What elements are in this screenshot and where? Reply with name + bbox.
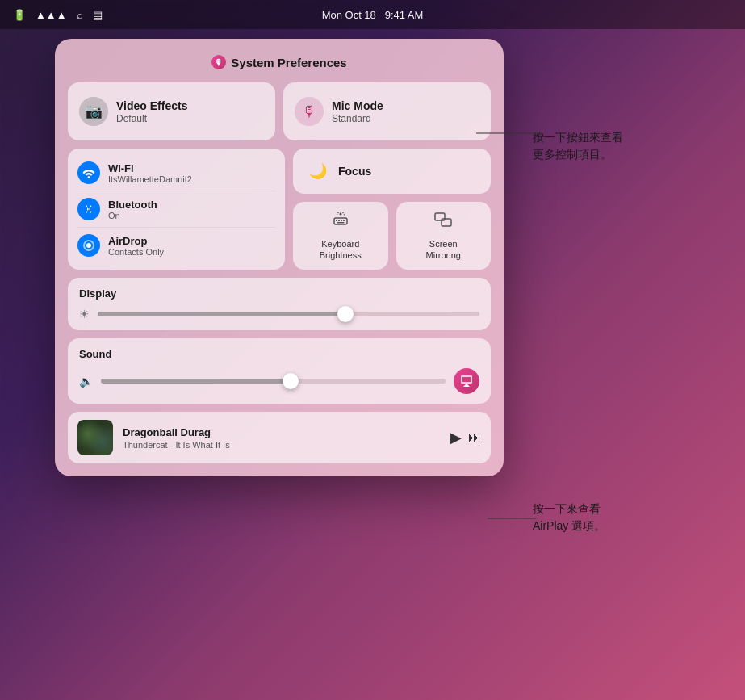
mic-mode-text: Mic Mode Standard <box>332 99 383 124</box>
control-menu-icon: ▤ <box>93 9 103 21</box>
display-slider-track[interactable] <box>98 312 479 316</box>
video-effects-subtitle: Default <box>116 113 187 124</box>
mic-mode-icon: 🎙 <box>295 97 324 126</box>
sound-slider-track[interactable] <box>101 379 446 384</box>
panel-title-row: 🎙 System Preferences <box>68 55 491 69</box>
display-section: Display ☀ <box>68 278 491 330</box>
display-title: Display <box>79 287 479 300</box>
video-effects-card[interactable]: 📷 Video Effects Default <box>68 82 275 140</box>
svg-rect-12 <box>337 222 344 224</box>
play-button[interactable]: ▶ <box>450 429 462 446</box>
svg-point-2 <box>339 212 341 215</box>
svg-line-4 <box>342 212 343 213</box>
video-effects-title: Video Effects <box>116 99 187 112</box>
display-slider-thumb <box>337 306 354 322</box>
focus-title: Focus <box>338 165 371 178</box>
brightness-low-icon: ☀ <box>79 308 90 321</box>
focus-icon: 🌙 <box>306 159 330 183</box>
volume-icon: 🔈 <box>79 375 93 388</box>
track-title: Dragonball Durag <box>123 426 441 438</box>
svg-rect-11 <box>343 220 345 221</box>
battery-icon: 🔋 <box>13 9 26 21</box>
panel-title-icon: 🎙 <box>211 55 226 69</box>
menubar-left: 🔋 ▲▲▲ ⌕ ▤ <box>13 9 103 21</box>
display-slider-row: ☀ <box>79 308 479 321</box>
sound-section: Sound 🔈 <box>68 338 491 404</box>
bluetooth-icon <box>77 198 100 220</box>
airplay-button[interactable] <box>454 368 479 394</box>
annotation-line-top <box>476 121 541 145</box>
wifi-menu-icon: ▲▲▲ <box>36 9 67 21</box>
bluetooth-item[interactable]: Bluetooth On <box>77 191 275 228</box>
wifi-title: Wi-Fi <box>108 162 192 174</box>
annotation-bottom: 按一下來查看AirPlay 選項。 <box>533 501 605 534</box>
menubar-date: Mon Oct 18 <box>322 9 376 21</box>
wifi-icon <box>77 161 100 184</box>
search-menu-icon: ⌕ <box>77 9 83 21</box>
annotation-line-bottom <box>488 510 536 526</box>
screen-mirroring-icon <box>434 211 452 233</box>
panel-title-text: System Preferences <box>231 56 346 69</box>
airdrop-subtitle: Contacts Only <box>108 247 164 257</box>
airdrop-text: AirDrop Contacts Only <box>108 235 164 257</box>
focus-card[interactable]: 🌙 Focus <box>293 149 491 194</box>
row-video-mic: 📷 Video Effects Default 🎙 Mic Mode Stand… <box>68 82 491 140</box>
bluetooth-title: Bluetooth <box>108 199 157 211</box>
svg-rect-10 <box>341 220 342 221</box>
wifi-subtitle: ItsWillametteDamnit2 <box>108 174 192 184</box>
svg-line-6 <box>344 214 345 215</box>
svg-rect-8 <box>336 220 337 221</box>
menubar: 🔋 ▲▲▲ ⌕ ▤ Mon Oct 18 9:41 AM <box>0 0 745 29</box>
mic-mode-subtitle: Standard <box>332 113 383 124</box>
keyboard-brightness-card[interactable]: KeyboardBrightness <box>293 202 388 270</box>
mic-mode-title: Mic Mode <box>332 99 383 112</box>
network-card: Wi-Fi ItsWillametteDamnit2 Bluetooth On <box>68 149 285 270</box>
display-slider-fill <box>98 312 345 316</box>
svg-rect-1 <box>334 218 347 224</box>
svg-line-5 <box>337 212 338 213</box>
track-artist: Thundercat - It Is What It Is <box>123 440 441 450</box>
screen-mirroring-card[interactable]: ScreenMirroring <box>396 202 492 270</box>
menubar-time: 9:41 AM <box>385 9 424 21</box>
video-effects-icon: 📷 <box>79 97 108 126</box>
annotation-top: 按一下按鈕來查看更多控制項目。 <box>533 129 623 163</box>
menubar-datetime: Mon Oct 18 9:41 AM <box>322 9 424 21</box>
airdrop-title: AirDrop <box>108 235 164 247</box>
right-col: 🌙 Focus <box>293 149 491 270</box>
album-art <box>77 420 113 455</box>
keyboard-brightness-icon <box>332 211 349 233</box>
sound-title: Sound <box>79 348 479 360</box>
row-network-focus: Wi-Fi ItsWillametteDamnit2 Bluetooth On <box>68 149 491 270</box>
album-art-image <box>77 420 113 455</box>
sound-slider-row: 🔈 <box>79 368 479 394</box>
svg-rect-9 <box>338 220 340 221</box>
control-center-panel: 🎙 System Preferences 📷 Video Effects Def… <box>55 39 504 476</box>
playback-controls: ▶ ⏭ <box>450 429 481 446</box>
keyboard-brightness-label: KeyboardBrightness <box>320 238 362 262</box>
airdrop-icon <box>77 234 100 257</box>
sound-slider-thumb <box>283 373 299 389</box>
mic-mode-card[interactable]: 🎙 Mic Mode Standard <box>283 82 491 140</box>
skip-button[interactable]: ⏭ <box>468 430 481 445</box>
video-effects-text: Video Effects Default <box>116 99 187 124</box>
screen-mirroring-label: ScreenMirroring <box>426 238 461 262</box>
small-cards-row: KeyboardBrightness ScreenMirroring <box>293 202 491 270</box>
track-info: Dragonball Durag Thundercat - It Is What… <box>123 426 441 450</box>
svg-line-7 <box>337 214 337 215</box>
wifi-text: Wi-Fi ItsWillametteDamnit2 <box>108 162 192 184</box>
now-playing-card: Dragonball Durag Thundercat - It Is What… <box>68 412 491 463</box>
bluetooth-subtitle: On <box>108 211 157 220</box>
airdrop-item[interactable]: AirDrop Contacts Only <box>77 228 275 263</box>
wifi-item[interactable]: Wi-Fi ItsWillametteDamnit2 <box>77 155 275 191</box>
svg-point-0 <box>86 243 91 248</box>
sound-slider-fill <box>101 379 291 384</box>
bluetooth-text: Bluetooth On <box>108 199 157 220</box>
